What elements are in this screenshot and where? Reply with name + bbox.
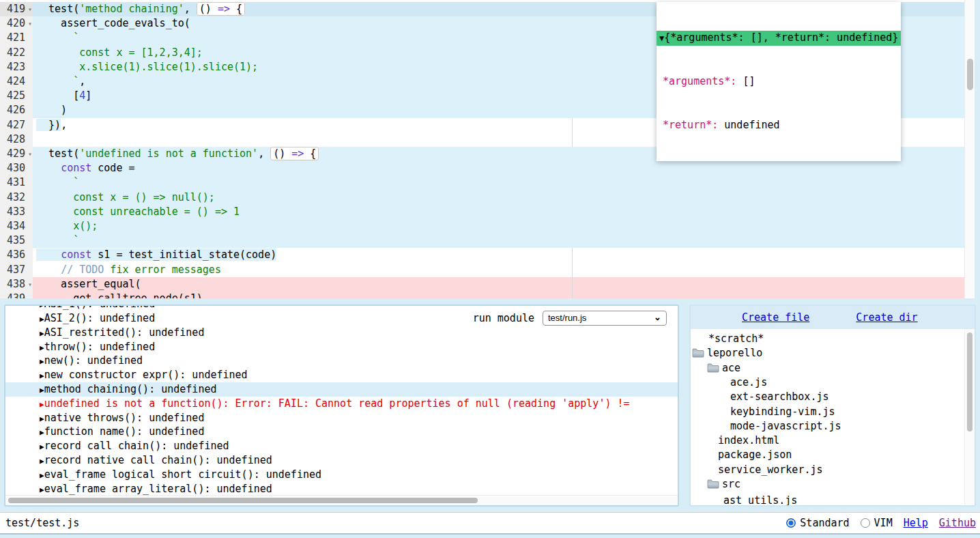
keybinding-standard-option[interactable]: Standard: [786, 517, 849, 529]
file-tree[interactable]: *scratch* leporello ace ace.js ext-searc…: [691, 329, 975, 505]
gutter-line-number[interactable]: 427: [0, 118, 33, 132]
editor-scrollbar-thumb[interactable]: [967, 59, 973, 90]
gutter-line-number[interactable]: 431: [0, 175, 33, 190]
test-result-item[interactable]: ▶new constructor expr(): undefined: [5, 368, 678, 382]
test-result-item[interactable]: ▶eval_frame array_literal(): undefined: [5, 482, 678, 496]
gutter-line-number[interactable]: 424: [0, 74, 33, 89]
expand-arrow-icon[interactable]: ▶: [40, 442, 44, 451]
todo-comment-token: // TODO: [61, 264, 104, 276]
gutter-line-number[interactable]: 425: [0, 89, 33, 103]
fold-arrow-icon[interactable]: ▾: [28, 2, 32, 16]
gutter-line-number[interactable]: 422: [0, 46, 33, 60]
expand-arrow-icon[interactable]: ▶: [40, 471, 44, 480]
file-tree-item[interactable]: ace.js: [691, 376, 964, 390]
file-tree-item[interactable]: keybinding-vim.js: [691, 405, 964, 419]
file-tree-item[interactable]: service_worker.js: [691, 463, 964, 477]
radio-standard[interactable]: [786, 518, 796, 528]
gutter-line-number[interactable]: 426: [0, 103, 33, 117]
test-result-item[interactable]: ▶eval_frame logical short circuit(): und…: [5, 468, 678, 482]
expand-arrow-icon[interactable]: ▶: [40, 485, 44, 494]
gutter-line-number[interactable]: 439: [0, 292, 33, 298]
keybinding-vim-option[interactable]: VIM: [861, 517, 893, 529]
expand-arrow-icon[interactable]: ▶: [40, 371, 44, 380]
gutter-line-number[interactable]: 428: [0, 132, 33, 147]
run-module-select[interactable]: test/run.js ⌄: [543, 311, 667, 326]
gutter-line-number[interactable]: 435: [0, 233, 33, 248]
gutter-line-number[interactable]: 436: [0, 248, 33, 262]
fold-arrow-icon[interactable]: ▾: [28, 277, 32, 292]
code-editor[interactable]: test('method chaining', () => { assert_c…: [0, 0, 975, 298]
gutter-line-number[interactable]: 421: [0, 31, 33, 45]
fold-arrow-icon[interactable]: ▾: [28, 147, 32, 161]
test-result-item[interactable]: ▶record call chain(): undefined: [5, 439, 678, 453]
inspected-function-box[interactable]: () => {: [197, 2, 245, 16]
object-entry[interactable]: *return*: undefined: [657, 118, 901, 132]
help-link[interactable]: Help: [904, 517, 928, 529]
test-result-item[interactable]: ▶new(): undefined: [5, 354, 678, 368]
file-tree-item[interactable]: *scratch*: [691, 332, 964, 346]
code-line[interactable]: const code =: [33, 161, 964, 175]
folder-icon: [692, 348, 704, 362]
expand-arrow-icon[interactable]: ▶: [40, 414, 44, 423]
file-tree-folder[interactable]: src: [691, 477, 964, 492]
object-key: *return*:: [663, 119, 718, 131]
gutter-line-number[interactable]: 432: [0, 190, 33, 205]
console-scrollbar-thumb[interactable]: [8, 498, 478, 503]
file-explorer-panel[interactable]: Create file Create dir *scratch* leporel…: [689, 305, 976, 507]
console-horizontal-scrollbar[interactable]: [5, 495, 678, 505]
code-line[interactable]: const unreachable = () => 1: [33, 205, 964, 219]
expand-arrow-icon[interactable]: ▶: [40, 386, 44, 395]
file-tree-item-clipped[interactable]: ast_utils.js: [691, 494, 964, 505]
file-tree-folder[interactable]: ace: [691, 361, 964, 376]
code-line[interactable]: const s1 = test_initial_state(code): [33, 248, 964, 262]
create-file-button[interactable]: Create file: [742, 311, 809, 324]
expand-arrow-icon[interactable]: ▶: [40, 343, 44, 352]
test-result-item[interactable]: ▶throw(): undefined: [5, 340, 678, 354]
gutter-line-number[interactable]: 430: [0, 161, 33, 175]
test-results-panel[interactable]: ▶ASI_1(): undefined ▶ASI_2(): undefined …: [4, 305, 679, 507]
radio-vim[interactable]: [861, 518, 870, 528]
expand-arrow-icon[interactable]: ▶: [40, 357, 44, 366]
expand-arrow-icon[interactable]: ▶: [40, 457, 44, 466]
expand-arrow-icon[interactable]: ▶: [40, 400, 44, 409]
code-line[interactable]: x();: [33, 219, 964, 233]
object-preview-header[interactable]: ▼{*arguments*: [], *return*: undefined}: [657, 31, 901, 45]
file-tree-item[interactable]: index.html: [691, 434, 964, 448]
file-tree-item[interactable]: ext-searchbox.js: [691, 390, 964, 404]
value-inspector-popup[interactable]: ▼{*arguments*: [], *return*: undefined} …: [657, 2, 901, 161]
code-line[interactable]: `: [33, 233, 964, 248]
files-scrollbar[interactable]: [964, 329, 975, 505]
gutter-line-number[interactable]: 423: [0, 60, 33, 74]
gutter-line-number[interactable]: 419▾: [0, 2, 33, 16]
code-line-error-clipped[interactable]: get_calltree_node(s1): [33, 292, 964, 298]
test-result-item[interactable]: ▶function name(): undefined: [5, 425, 678, 439]
code-line[interactable]: // TODO fix error messages: [33, 263, 964, 277]
test-result-item[interactable]: ▶record native call chain(): undefined: [5, 453, 678, 468]
code-line[interactable]: `: [33, 175, 964, 190]
expand-arrow-icon[interactable]: ▶: [40, 315, 44, 324]
inspected-function-box[interactable]: () => {: [270, 147, 319, 160]
create-dir-button[interactable]: Create dir: [856, 311, 917, 324]
object-entry[interactable]: *arguments*: []: [657, 74, 901, 89]
gutter-line-number[interactable]: 429▾: [0, 147, 33, 161]
file-tree-item[interactable]: package.json: [691, 448, 964, 462]
code-line[interactable]: const x = () => null();: [33, 190, 964, 205]
test-result-item-failed[interactable]: ▶undefined is not a function(): Error: F…: [5, 397, 678, 411]
files-scrollbar-thumb[interactable]: [967, 332, 972, 431]
code-line-error[interactable]: assert_equal(: [33, 277, 964, 292]
test-result-item-selected[interactable]: ▶method chaining(): undefined: [5, 382, 678, 397]
github-link[interactable]: Github: [939, 517, 976, 529]
gutter-line-number[interactable]: 434: [0, 219, 33, 233]
fold-arrow-icon[interactable]: ▾: [28, 16, 32, 31]
gutter-line-number[interactable]: 438▾: [0, 277, 33, 292]
gutter-line-number[interactable]: 420▾: [0, 16, 33, 31]
expand-arrow-icon[interactable]: ▶: [40, 329, 44, 338]
test-result-item[interactable]: ▶ASI_restrited(): undefined: [5, 326, 678, 340]
gutter-line-number[interactable]: 437: [0, 263, 33, 277]
expand-arrow-icon[interactable]: ▶: [40, 428, 44, 437]
file-tree-folder[interactable]: leporello: [691, 346, 964, 360]
editor-scrollbar[interactable]: [964, 0, 975, 298]
file-tree-item[interactable]: mode-javascript.js: [691, 419, 964, 434]
test-result-item[interactable]: ▶native throws(): undefined: [5, 411, 678, 425]
gutter-line-number[interactable]: 433: [0, 205, 33, 219]
